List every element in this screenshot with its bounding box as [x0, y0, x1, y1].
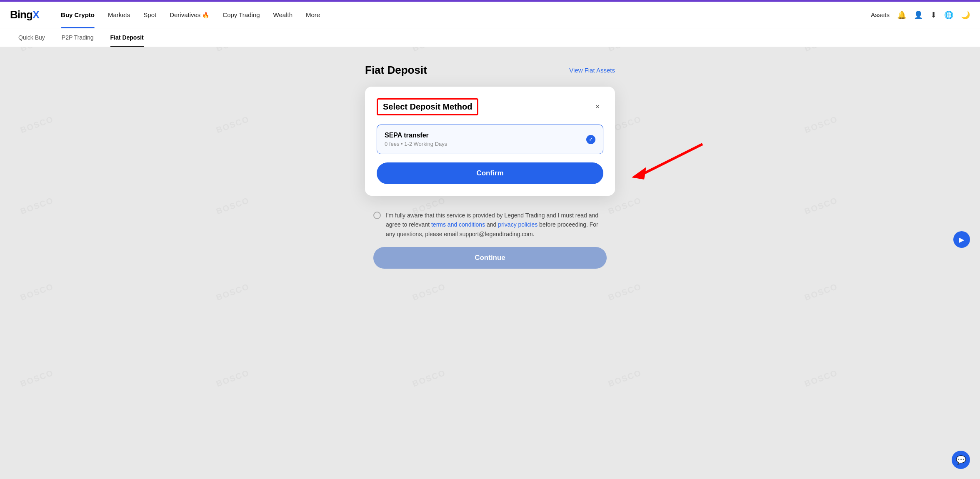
page-header: Fiat Deposit View Fiat Assets — [365, 64, 615, 77]
nav-item-more[interactable]: More — [299, 2, 327, 28]
nav-item-copy-trading[interactable]: Copy Trading — [216, 2, 266, 28]
nav-item-derivatives[interactable]: Derivatives 🔥 — [163, 2, 216, 28]
nav-item-buy-crypto[interactable]: Buy Crypto — [54, 2, 101, 28]
confirm-button[interactable]: Confirm — [377, 162, 603, 184]
sepa-option-details: SEPA transfer 0 fees • 1-2 Working Days — [385, 132, 447, 147]
sepa-option[interactable]: SEPA transfer 0 fees • 1-2 Working Days … — [377, 125, 603, 154]
disclaimer-text: I'm fully aware that this service is pro… — [386, 211, 607, 239]
sub-nav-fiat-deposit[interactable]: Fiat Deposit — [102, 28, 152, 47]
modal-title: Select Deposit Method — [377, 98, 478, 115]
sepa-option-meta: 0 fees • 1-2 Working Days — [385, 141, 447, 147]
continue-button[interactable]: Continue — [373, 247, 607, 269]
globe-icon[interactable]: 🌐 — [944, 10, 953, 20]
privacy-link[interactable]: privacy policies — [498, 221, 538, 228]
nav-links: Buy Crypto Markets Spot Derivatives 🔥 Co… — [54, 2, 871, 28]
chat-button[interactable]: 💬 — [952, 451, 970, 469]
red-arrow-indicator — [615, 140, 707, 192]
sepa-option-name: SEPA transfer — [385, 132, 447, 139]
bell-icon[interactable]: 🔔 — [897, 10, 906, 20]
play-button[interactable]: ▶ — [953, 231, 970, 248]
disclaimer-radio[interactable] — [373, 212, 381, 219]
sub-nav-p2p[interactable]: P2P Trading — [53, 28, 102, 47]
nav-item-spot[interactable]: Spot — [137, 2, 163, 28]
navbar: BingX Buy Crypto Markets Spot Derivative… — [0, 2, 980, 28]
modal-close-button[interactable]: × — [592, 101, 603, 113]
logo[interactable]: BingX — [10, 8, 39, 21]
svg-line-0 — [640, 144, 702, 175]
nav-item-wealth[interactable]: Wealth — [267, 2, 299, 28]
download-icon[interactable]: ⬇ — [930, 10, 937, 20]
svg-marker-1 — [632, 167, 646, 180]
page-title: Fiat Deposit — [365, 64, 427, 77]
moon-icon[interactable]: 🌙 — [961, 10, 970, 20]
modal-header: Select Deposit Method × — [377, 98, 603, 115]
sub-nav-quick-buy[interactable]: Quick Buy — [10, 28, 53, 47]
deposit-method-modal: Select Deposit Method × SEPA transfer 0 … — [365, 87, 615, 196]
nav-right: Assets 🔔 👤 ⬇ 🌐 🌙 — [871, 10, 970, 20]
user-icon[interactable]: 👤 — [914, 10, 923, 20]
sepa-selected-check: ✓ — [586, 135, 595, 144]
nav-item-markets[interactable]: Markets — [101, 2, 137, 28]
sub-nav: Quick Buy P2P Trading Fiat Deposit — [0, 28, 980, 47]
terms-link[interactable]: terms and conditions — [431, 221, 485, 228]
chat-icon: 💬 — [956, 455, 966, 465]
disclaimer-section: I'm fully aware that this service is pro… — [373, 211, 607, 239]
assets-link[interactable]: Assets — [871, 11, 890, 18]
fire-icon: 🔥 — [202, 12, 209, 18]
view-fiat-assets-link[interactable]: View Fiat Assets — [569, 67, 615, 74]
main-content: Fiat Deposit View Fiat Assets Select Dep… — [0, 47, 980, 472]
